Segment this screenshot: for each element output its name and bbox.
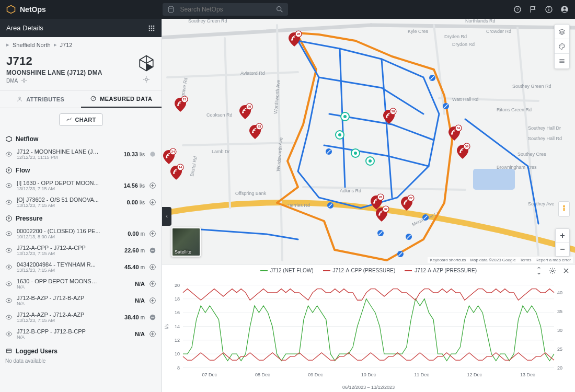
hydrant-marker[interactable] [351,149,360,157]
zoom-in-button[interactable]: + [556,229,569,243]
help-icon[interactable]: ? [513,5,522,14]
add-icon[interactable] [149,330,156,338]
valve-marker[interactable] [406,234,412,240]
svg-point-143 [404,203,406,205]
satellite-toggle[interactable]: Satellite [171,227,201,257]
measurement-row: J712-A-CPP - J712-A-CPP13/12/23, 7:15 AM… [5,242,156,259]
report-error-link[interactable]: Report a map error [535,258,571,262]
apps-grid-icon[interactable] [148,25,155,32]
svg-point-64 [8,300,10,302]
measurement-name: 04342004984 - TEYNHAM R... [17,261,100,268]
visibility-icon[interactable] [5,230,13,237]
svg-point-122 [174,172,175,174]
search-icon[interactable] [275,5,284,14]
chart-plot[interactable]: 8101214161820l/s202530354007 Dec08 Dec09… [162,276,575,385]
svg-text:12: 12 [175,338,180,343]
svg-point-36 [150,152,155,156]
collapse-panel-button[interactable] [162,207,171,226]
visibility-icon[interactable] [5,182,13,189]
add-icon[interactable] [149,182,156,189]
section-flow: F Flow [5,167,156,174]
area-type: DMA [6,78,18,84]
hydrant-marker[interactable] [336,131,344,139]
remove-icon[interactable] [149,247,156,254]
svg-point-157 [551,270,554,272]
svg-point-110 [354,152,357,155]
palette-tool[interactable] [555,39,569,54]
add-icon[interactable] [149,297,156,304]
flag-icon[interactable] [529,5,537,14]
valve-marker[interactable] [443,103,449,109]
gear-icon[interactable] [549,267,556,274]
legend-item[interactable]: J712-A-AZP (PRESSURE) [405,268,477,273]
terms-link[interactable]: Terms [520,258,532,262]
legend-item[interactable]: J712-A-CPP (PRESSURE) [323,268,396,273]
visibility-icon[interactable] [5,151,13,158]
visibility-icon[interactable] [5,330,13,338]
svg-rect-16 [153,27,154,28]
visibility-icon[interactable] [5,247,13,254]
measurement-row: [I] 1630 - OPP DEPOT MOON...13/12/23, 7:… [5,177,156,194]
visibility-icon[interactable] [5,263,13,271]
zoom-out-button[interactable]: − [556,243,569,256]
chart-button[interactable]: CHART [59,113,103,126]
svg-point-134 [452,133,453,135]
account-icon[interactable] [560,5,569,14]
svg-text:30: 30 [557,328,562,333]
streetview-pegman[interactable] [558,201,570,217]
valve-marker[interactable] [397,251,404,257]
add-icon[interactable] [149,263,156,271]
brand[interactable]: NetOps [6,5,46,14]
svg-text:37: 37 [384,207,388,211]
add-icon[interactable] [149,230,156,237]
sidebar-tabs: ATTRIBUTES MEASURED DATA [0,90,162,108]
hydrant-marker[interactable] [366,157,374,165]
road-label: Lamb Dr [212,149,230,154]
measurement-row: J712 - MOONSHINE LANE (J712) ...12/12/23… [5,146,156,163]
svg-rect-14 [149,27,150,28]
add-icon[interactable] [149,199,156,206]
valve-marker[interactable] [429,75,435,81]
expand-icon[interactable] [535,267,543,274]
legend-item[interactable]: J712 (NET FLOW) [260,268,314,273]
visibility-icon[interactable] [5,297,13,304]
svg-point-31 [19,97,20,99]
measurement-timestamp: N/A [17,335,131,340]
tab-measured-data[interactable]: MEASURED DATA [81,90,162,108]
visibility-icon[interactable] [5,314,13,321]
dot-icon[interactable] [149,151,156,158]
breadcrumb-level1[interactable]: Sheffield North [13,42,51,48]
svg-point-53 [8,250,10,251]
map[interactable]: Southey Green RdAviatord RdCookson RdLam… [162,19,575,264]
layers-tool[interactable] [555,25,569,39]
add-icon[interactable] [149,280,156,287]
valve-marker[interactable] [327,202,334,209]
breadcrumb-level2[interactable]: J712 [60,42,73,48]
valve-marker[interactable] [326,148,332,155]
area-id: J712 [6,54,132,68]
measurement-timestamp: N/A [17,301,131,306]
locate-icon[interactable] [21,77,27,84]
search-box[interactable] [163,3,288,16]
close-icon[interactable] [562,267,570,274]
road-label: Drydon Rd [452,42,475,47]
search-input[interactable] [179,5,271,14]
tab-attributes[interactable]: ATTRIBUTES [0,90,81,108]
hydrant-marker[interactable] [341,112,349,121]
valve-marker[interactable] [422,214,429,221]
locate-icon[interactable] [143,76,150,83]
valve-marker[interactable] [377,230,384,236]
info-icon[interactable] [545,5,553,14]
svg-rect-15 [151,27,152,28]
keyboard-shortcuts-link[interactable]: Keyboard shortcuts [430,258,466,262]
svg-point-106 [343,115,347,118]
svg-text:64: 64 [457,126,461,130]
visibility-icon[interactable] [5,199,13,206]
svg-text:40: 40 [557,290,562,295]
legend-tool[interactable] [555,54,569,68]
flow-icon: F [5,167,13,174]
visibility-icon[interactable] [5,280,13,287]
road-label: Southey Cres [518,152,546,157]
remove-icon[interactable] [149,314,156,321]
svg-text:08 Dec: 08 Dec [255,372,270,377]
